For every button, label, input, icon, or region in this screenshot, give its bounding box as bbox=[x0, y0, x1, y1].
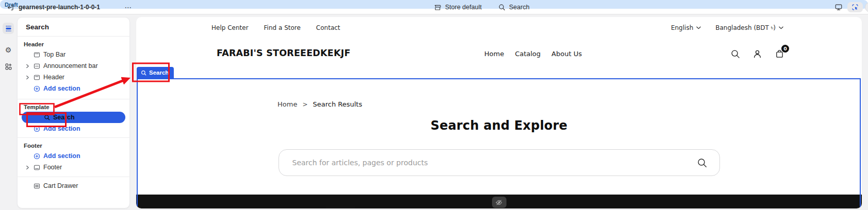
group-label-template: Template bbox=[24, 104, 123, 110]
sidebar-divider bbox=[18, 177, 129, 177]
hidden-section-button[interactable] bbox=[492, 197, 506, 208]
page-title: Search and Explore bbox=[136, 118, 862, 133]
sidebar-item-header[interactable]: Header bbox=[18, 72, 129, 83]
chevron-right-icon[interactable] bbox=[24, 64, 31, 68]
search-icon bbox=[498, 4, 505, 11]
inspector-mode-button[interactable] bbox=[847, 2, 863, 12]
add-section-header[interactable]: Add section bbox=[18, 83, 129, 94]
exit-icon bbox=[7, 4, 14, 11]
nav-link-home[interactable]: Home bbox=[484, 50, 504, 58]
nav-link-about-us[interactable]: About Us bbox=[551, 50, 582, 58]
store-icon bbox=[434, 4, 441, 11]
editor-search-button[interactable]: Search bbox=[498, 0, 530, 14]
storefront-preview: Help Center Find a Store Contact English… bbox=[136, 17, 862, 208]
group-label-header: Header bbox=[24, 41, 123, 47]
device-preview-button[interactable] bbox=[833, 0, 844, 14]
rail-sections-button[interactable] bbox=[3, 23, 14, 34]
sidebar-item-top-bar[interactable]: Top Bar bbox=[18, 49, 129, 60]
editor-search-label: Search bbox=[509, 4, 530, 11]
eye-off-icon bbox=[496, 199, 502, 206]
breadcrumb-current: Search Results bbox=[313, 100, 362, 108]
selected-section-badge[interactable]: Search bbox=[137, 67, 174, 78]
breadcrumb: Home > Search Results bbox=[277, 100, 362, 108]
utility-link-find-a-store[interactable]: Find a Store bbox=[264, 24, 301, 31]
sidebar-item-announcement-bar[interactable]: Announcement bar bbox=[18, 60, 129, 72]
cart-count-badge: 0 bbox=[781, 45, 789, 52]
sidebar-item-label: Cart Drawer bbox=[43, 182, 78, 189]
app-topbar: gearnest-pre-launch-1-0-0-1 Draft ⋯ Stor… bbox=[0, 0, 868, 14]
rail-apps-button[interactable] bbox=[3, 61, 14, 72]
section-selection-outline bbox=[137, 78, 861, 208]
inspector-cursor-icon bbox=[851, 4, 859, 11]
utility-link-help-center[interactable]: Help Center bbox=[211, 24, 249, 31]
exit-editor-button[interactable] bbox=[4, 0, 17, 14]
selected-section-label: Search bbox=[149, 69, 169, 76]
storefront-search-icon[interactable] bbox=[730, 49, 740, 59]
search-icon bbox=[44, 114, 50, 120]
section-top-bar-icon bbox=[31, 51, 42, 58]
add-section-label: Add section bbox=[43, 125, 80, 132]
nav-link-catalog[interactable]: Catalog bbox=[515, 50, 541, 58]
add-section-label: Add section bbox=[43, 152, 80, 160]
add-circle-icon bbox=[31, 153, 42, 160]
breadcrumb-separator: > bbox=[302, 101, 307, 108]
device-preview-icon bbox=[834, 3, 843, 11]
storefront-search-input[interactable] bbox=[279, 150, 719, 176]
store-name[interactable]: FARABI'S STOREEEDKEKJF bbox=[217, 48, 351, 58]
add-section-template[interactable]: Add section bbox=[18, 123, 129, 134]
add-section-footer[interactable]: Add section bbox=[18, 150, 129, 162]
region-label: Bangladesh (BDT ৳) bbox=[715, 24, 776, 31]
store-header: FARABI'S STOREEEDKEKJF Home Catalog Abou… bbox=[136, 39, 862, 68]
panel-title: Search bbox=[18, 18, 129, 37]
apps-icon bbox=[5, 63, 12, 71]
sidebar-item-label: Top Bar bbox=[43, 51, 65, 58]
overflow-menu-button[interactable]: ⋯ bbox=[123, 0, 134, 14]
cart-icon[interactable]: 0 bbox=[775, 49, 784, 59]
sidebar-item-footer[interactable]: Footer bbox=[18, 162, 129, 173]
sidebar-item-cart-drawer[interactable]: Cart Drawer bbox=[18, 180, 129, 191]
theme-name: gearnest-pre-launch-1-0-0-1 bbox=[19, 0, 100, 14]
utility-bar: Help Center Find a Store Contact English… bbox=[136, 17, 862, 39]
chevron-right-icon[interactable] bbox=[24, 75, 31, 80]
chevron-down-icon bbox=[696, 26, 701, 29]
account-icon[interactable] bbox=[752, 49, 762, 59]
language-selector[interactable]: English bbox=[671, 24, 701, 31]
sidebar-item-search-selected[interactable]: Search bbox=[22, 112, 125, 123]
sidebar-item-label: Search bbox=[53, 114, 75, 121]
sidebar-item-label: Header bbox=[43, 74, 64, 81]
chevron-down-icon bbox=[779, 26, 783, 29]
language-label: English bbox=[671, 24, 693, 31]
rail-settings-button[interactable]: ⚙ bbox=[3, 44, 14, 56]
main-nav: Home Catalog About Us bbox=[484, 39, 582, 68]
search-submit-icon[interactable] bbox=[697, 157, 707, 168]
store-context-label: Store default bbox=[445, 4, 482, 11]
section-footer-icon bbox=[31, 164, 42, 171]
storefront-footer bbox=[136, 195, 862, 208]
editor-rail: ⚙ bbox=[0, 14, 17, 210]
store-context-selector[interactable]: Store default bbox=[434, 0, 482, 14]
sidebar-divider bbox=[18, 137, 129, 138]
sections-icon bbox=[5, 25, 12, 32]
sections-sidebar: Search Header Top Bar Announcement bar H… bbox=[17, 17, 130, 208]
add-circle-icon bbox=[31, 85, 42, 92]
sidebar-item-label: Footer bbox=[43, 164, 62, 171]
breadcrumb-home-link[interactable]: Home bbox=[277, 100, 297, 108]
footer-content-peek bbox=[326, 206, 355, 208]
utility-link-contact[interactable]: Contact bbox=[316, 24, 340, 31]
section-announcement-icon bbox=[31, 63, 42, 69]
add-section-label: Add section bbox=[43, 85, 80, 92]
search-icon bbox=[141, 70, 146, 76]
sidebar-divider bbox=[18, 99, 129, 99]
add-circle-icon bbox=[31, 126, 42, 132]
region-selector[interactable]: Bangladesh (BDT ৳) bbox=[715, 24, 783, 31]
storefront-search-bar bbox=[279, 149, 720, 176]
chevron-right-icon[interactable] bbox=[24, 165, 31, 170]
sidebar-item-label: Announcement bar bbox=[43, 62, 98, 69]
section-cart-drawer-icon bbox=[31, 183, 42, 189]
group-label-footer: Footer bbox=[24, 143, 123, 149]
section-header-icon bbox=[31, 74, 42, 81]
gear-icon: ⚙ bbox=[5, 46, 12, 54]
